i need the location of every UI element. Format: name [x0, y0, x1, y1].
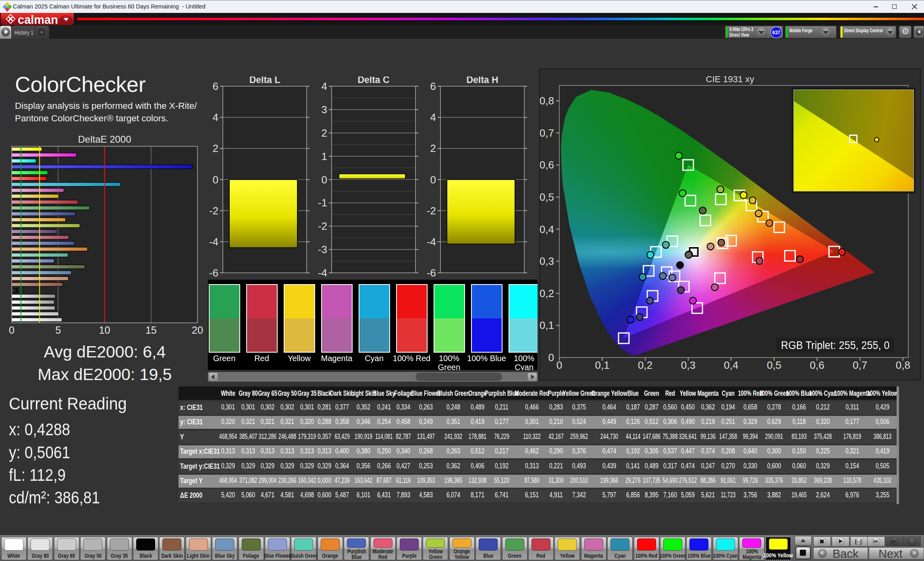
svg-text:0,4: 0,4 [724, 359, 738, 371]
svg-text:0: 0 [9, 324, 15, 336]
svg-text:0,2: 0,2 [540, 287, 554, 299]
svg-text:-4: -4 [209, 236, 218, 248]
svg-text:-6: -6 [209, 267, 218, 278]
svg-text:15: 15 [145, 324, 157, 336]
svg-text:10: 10 [99, 324, 110, 336]
svg-text:0,5: 0,5 [540, 191, 554, 203]
svg-text:-2: -2 [427, 205, 436, 217]
svg-text:-4: -4 [427, 236, 436, 248]
svg-text:0,1: 0,1 [595, 359, 610, 371]
svg-text:4: 4 [430, 111, 436, 123]
svg-text:0,8: 0,8 [896, 359, 910, 371]
svg-text:5: 5 [55, 324, 61, 336]
svg-text:0,5: 0,5 [767, 359, 781, 371]
svg-text:0,8: 0,8 [540, 95, 554, 107]
svg-text:-4: -4 [318, 267, 327, 278]
svg-text:0,2: 0,2 [638, 359, 652, 371]
svg-text:2: 2 [430, 142, 436, 154]
svg-text:0,1: 0,1 [540, 319, 554, 331]
svg-text:0: 0 [548, 351, 554, 364]
svg-text:-2: -2 [209, 205, 218, 217]
svg-text:0: 0 [556, 359, 562, 371]
svg-text:4: 4 [322, 80, 327, 92]
svg-text:0: 0 [322, 174, 327, 186]
svg-text:0: 0 [430, 174, 436, 186]
svg-text:-3: -3 [318, 243, 327, 256]
svg-text:Delta H: Delta H [466, 77, 498, 85]
svg-text:1: 1 [322, 150, 327, 162]
svg-text:0,3: 0,3 [681, 359, 696, 371]
svg-text:2: 2 [213, 142, 218, 154]
svg-text:0,7: 0,7 [540, 127, 554, 139]
svg-text:3: 3 [322, 104, 327, 116]
svg-text:0,6: 0,6 [810, 359, 824, 371]
svg-text:2: 2 [322, 127, 327, 139]
svg-text:Delta C: Delta C [357, 77, 389, 85]
svg-text:-6: -6 [427, 267, 436, 278]
svg-text:6: 6 [430, 80, 436, 92]
svg-text:DeltaE 2000: DeltaE 2000 [78, 135, 131, 145]
svg-text:20: 20 [192, 324, 203, 336]
svg-text:0,3: 0,3 [540, 255, 554, 267]
svg-text:0: 0 [213, 174, 218, 186]
svg-text:-2: -2 [318, 220, 327, 232]
svg-text:6: 6 [213, 80, 218, 92]
svg-text:0,4: 0,4 [540, 223, 554, 235]
svg-text:0,6: 0,6 [540, 159, 554, 171]
svg-text:-1: -1 [318, 197, 327, 209]
svg-text:4: 4 [213, 111, 218, 123]
svg-text:Delta L: Delta L [249, 77, 280, 85]
svg-text:0,7: 0,7 [853, 359, 867, 371]
